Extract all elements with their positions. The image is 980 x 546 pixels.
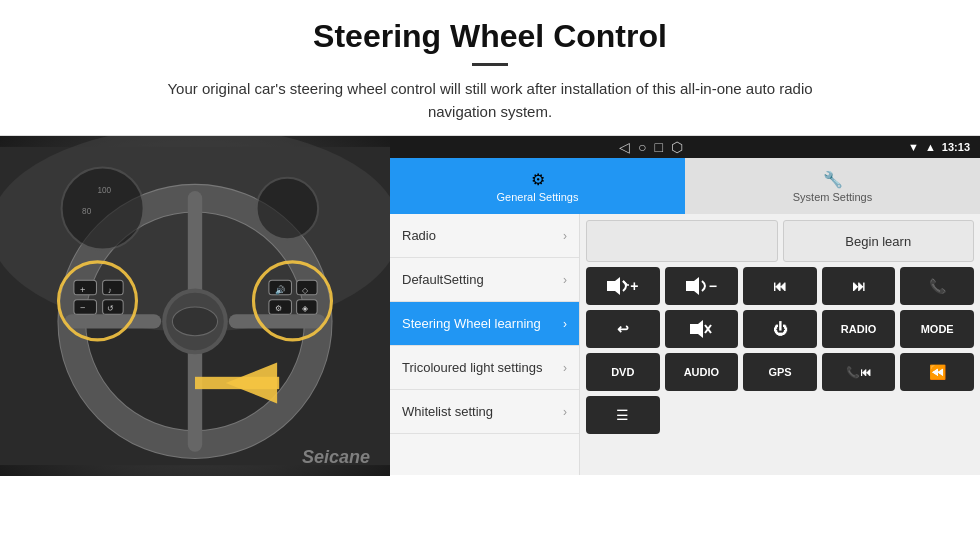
audio-button[interactable]: AUDIO — [665, 353, 739, 391]
menu-item-steering-chevron: › — [563, 317, 567, 331]
dvd-button[interactable]: DVD — [586, 353, 660, 391]
button-row-2: ↩ ⏻ RADIO MODE — [586, 310, 974, 348]
button-row-4: ☰ — [586, 396, 974, 434]
begin-learn-button[interactable]: Begin learn — [783, 220, 975, 262]
svg-marker-39 — [686, 277, 699, 295]
radio-button[interactable]: RADIO — [822, 310, 896, 348]
status-bar: ◁ ○ □ ⬡ ▼ ▲ 13:13 — [390, 136, 980, 158]
svg-text:80: 80 — [82, 207, 92, 216]
menu-item-default-chevron: › — [563, 273, 567, 287]
tel-icon: 📞⏮ — [846, 366, 871, 379]
tab-general-settings[interactable]: ⚙ General Settings — [390, 158, 685, 214]
next-track-icon: ⏭ — [852, 278, 866, 294]
top-row: Begin learn — [586, 220, 974, 262]
signal-icon: ▲ — [925, 141, 936, 153]
settings-main: Radio › DefaultSetting › Steering Wheel … — [390, 214, 980, 475]
next-track-button[interactable]: ⏭ — [822, 267, 896, 305]
tab-system-settings[interactable]: 🔧 System Settings — [685, 158, 980, 214]
menu-icon: ☰ — [616, 407, 629, 423]
vol-up-button[interactable]: + — [586, 267, 660, 305]
prev-track-icon: ⏮ — [773, 278, 787, 294]
subtitle-text: Your original car's steering wheel contr… — [140, 78, 840, 123]
skip-prev-icon: ⏪ — [929, 364, 946, 380]
recent-nav-icon[interactable]: □ — [655, 139, 663, 155]
mode-label: MODE — [921, 323, 954, 335]
status-bar-center: ◁ ○ □ ⬡ — [400, 139, 902, 155]
home-nav-icon[interactable]: ○ — [638, 139, 646, 155]
car-image: + − ♪ ↺ 🔊 ⚙ ◇ ◈ — [0, 136, 390, 476]
header-section: Steering Wheel Control Your original car… — [0, 0, 980, 135]
svg-point-31 — [62, 167, 144, 249]
menu-item-radio[interactable]: Radio › — [390, 214, 579, 258]
empty-input-box — [586, 220, 778, 262]
menu-item-tri-chevron: › — [563, 361, 567, 375]
call-button[interactable]: 📞 — [900, 267, 974, 305]
mode-button[interactable]: MODE — [900, 310, 974, 348]
radio-label: RADIO — [841, 323, 876, 335]
menu-item-steering[interactable]: Steering Wheel learning › — [390, 302, 579, 346]
menu-item-tri-label: Tricoloured light settings — [402, 360, 542, 375]
menu-item-defaultsetting[interactable]: DefaultSetting › — [390, 258, 579, 302]
button-row-1: + − ⏮ ⏭ 📞 — [586, 267, 974, 305]
right-panel: Begin learn + − ⏮ — [580, 214, 980, 475]
svg-text:⚙: ⚙ — [275, 304, 282, 313]
svg-rect-30 — [195, 377, 279, 389]
dvd-label: DVD — [611, 366, 634, 378]
menu-item-steering-label: Steering Wheel learning — [402, 316, 541, 331]
vol-minus-symbol: − — [709, 278, 717, 294]
audio-label: AUDIO — [684, 366, 719, 378]
menu-item-tricoloured[interactable]: Tricoloured light settings › — [390, 346, 579, 390]
general-settings-icon: ⚙ — [531, 170, 545, 189]
menu-item-whitelist[interactable]: Whitelist setting › — [390, 390, 579, 434]
menu-item-white-label: Whitelist setting — [402, 404, 493, 419]
power-button[interactable]: ⏻ — [743, 310, 817, 348]
status-time: 13:13 — [942, 141, 970, 153]
menu-item-white-chevron: › — [563, 405, 567, 419]
steering-wheel-svg: + − ♪ ↺ 🔊 ⚙ ◇ ◈ — [0, 136, 390, 476]
page-wrapper: Steering Wheel Control Your original car… — [0, 0, 980, 475]
back-nav-icon[interactable]: ◁ — [619, 139, 630, 155]
svg-marker-35 — [607, 277, 620, 295]
gps-button[interactable]: GPS — [743, 353, 817, 391]
menu-item-default-label: DefaultSetting — [402, 272, 484, 287]
page-title: Steering Wheel Control — [40, 18, 940, 55]
back-button[interactable]: ↩ — [586, 310, 660, 348]
tel-prev-button[interactable]: 📞⏮ — [822, 353, 896, 391]
android-ui: ◁ ○ □ ⬡ ▼ ▲ 13:13 ⚙ General Settings 🔧 S… — [390, 136, 980, 475]
menu-item-radio-label: Radio — [402, 228, 436, 243]
settings-tabs: ⚙ General Settings 🔧 System Settings — [390, 158, 980, 214]
back-icon: ↩ — [617, 321, 629, 337]
vol-plus-symbol: + — [630, 278, 638, 294]
svg-text:◈: ◈ — [302, 304, 309, 313]
svg-point-32 — [257, 178, 319, 240]
wifi-icon: ▼ — [908, 141, 919, 153]
prev-track-button[interactable]: ⏮ — [743, 267, 817, 305]
car-bg: + − ♪ ↺ 🔊 ⚙ ◇ ◈ — [0, 136, 390, 476]
menu-item-radio-chevron: › — [563, 229, 567, 243]
content-area: + − ♪ ↺ 🔊 ⚙ ◇ ◈ — [0, 135, 980, 475]
system-settings-label: System Settings — [793, 191, 872, 203]
screenshot-nav-icon[interactable]: ⬡ — [671, 139, 683, 155]
gps-label: GPS — [768, 366, 791, 378]
mute-button[interactable] — [665, 310, 739, 348]
menu-button[interactable]: ☰ — [586, 396, 660, 434]
svg-text:◇: ◇ — [302, 286, 309, 295]
svg-text:100: 100 — [98, 186, 112, 195]
vol-down-button[interactable]: − — [665, 267, 739, 305]
skip-prev-button[interactable]: ⏪ — [900, 353, 974, 391]
svg-text:−: − — [80, 303, 85, 313]
svg-text:♪: ♪ — [108, 286, 112, 295]
power-icon: ⏻ — [773, 321, 787, 337]
left-menu: Radio › DefaultSetting › Steering Wheel … — [390, 214, 580, 475]
svg-marker-40 — [690, 320, 703, 338]
svg-text:🔊: 🔊 — [275, 285, 286, 296]
call-icon: 📞 — [929, 278, 946, 294]
svg-rect-14 — [103, 280, 124, 294]
svg-point-10 — [172, 307, 217, 336]
svg-text:+: + — [80, 285, 85, 295]
button-row-3: DVD AUDIO GPS 📞⏮ ⏪ — [586, 353, 974, 391]
svg-text:↺: ↺ — [107, 304, 114, 313]
system-settings-icon: 🔧 — [823, 170, 843, 189]
watermark: Seicane — [302, 447, 370, 468]
title-divider — [472, 63, 508, 66]
